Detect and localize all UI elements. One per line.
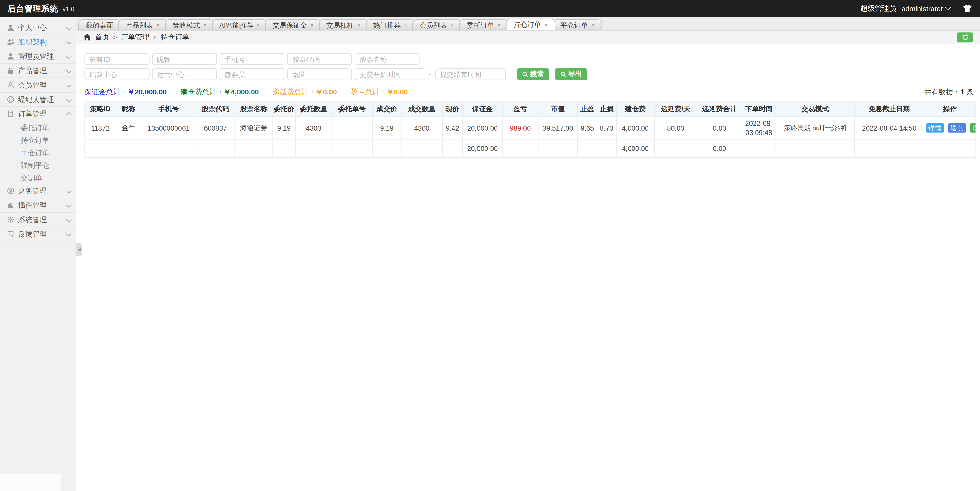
close-icon[interactable]: × <box>404 22 407 28</box>
micro-member-input[interactable] <box>220 68 285 80</box>
give-stock-button[interactable]: 送股 <box>970 123 976 133</box>
tab-trade-leverage[interactable]: 交易杠杆× <box>319 19 368 30</box>
chevron-down-icon <box>945 5 951 10</box>
tab-hot-recommend[interactable]: 热门推荐× <box>366 19 415 30</box>
export-button[interactable]: 导出 <box>555 68 587 80</box>
position-orders-panel: - 搜索 导出 保证金总计：￥20,000.00 建仓费总计：￥4,000.00 <box>76 45 980 491</box>
sidebar-subitem-position-orders[interactable]: 持仓订单 <box>0 134 76 147</box>
total-cell: - <box>742 139 776 157</box>
total-cell: - <box>401 139 442 157</box>
operation-center-input[interactable] <box>152 68 217 80</box>
breadcrumb-home[interactable]: 首页 <box>95 32 110 42</box>
col-header: 手机号 <box>141 102 196 117</box>
strategy-id-input[interactable] <box>84 53 149 65</box>
close-icon[interactable]: × <box>310 22 313 28</box>
col-header: 下单时间 <box>742 102 776 117</box>
cell-deal-price: 9.19 <box>372 116 401 139</box>
tab-trade-margin[interactable]: 交易保证金× <box>265 19 321 30</box>
search-icon <box>560 71 566 77</box>
tab-ai-recommend[interactable]: AI智能推荐× <box>212 19 267 30</box>
sidebar-subitem-settlement[interactable]: 交割单 <box>0 171 76 184</box>
sidebar-subitem-entrust-orders[interactable]: 委托订单 <box>0 121 76 134</box>
total-cell: - <box>924 139 976 157</box>
submit-end-time-input[interactable] <box>435 68 506 80</box>
cell-stock-code: 600837 <box>196 116 235 139</box>
sidebar-subitem-close-orders[interactable]: 平仓订单 <box>0 146 76 159</box>
chevron-down-icon <box>66 97 72 102</box>
sidebar-footer-block <box>0 473 61 491</box>
sidebar-item-organization[interactable]: 组织架构 <box>0 35 76 49</box>
col-header: 委托单号 <box>332 102 372 117</box>
sidebar-item-finance-management[interactable]: 财务管理 <box>0 184 76 198</box>
user-menu[interactable]: administrator <box>902 5 950 12</box>
submit-start-time-input[interactable] <box>355 68 425 80</box>
tab-entrust-orders[interactable]: 委托订单× <box>459 19 508 30</box>
tab-product-list[interactable]: 产品列表× <box>118 19 167 30</box>
cell-phone: 13500000001 <box>141 116 196 139</box>
sidebar-item-order-management[interactable]: 订单管理 <box>0 107 76 121</box>
cell-defer-fee-day: 80.00 <box>654 116 697 139</box>
sidebar: 个人中心 组织架构 管理员管理 产品管理 会员管理 <box>0 17 76 491</box>
breadcrumb-order-management[interactable]: 订单管理 <box>121 32 150 42</box>
table-header-row: 策略ID 昵称 手机号 股票代码 股票名称 委托价 委托数量 委托单号 成交价 … <box>85 102 976 117</box>
close-icon[interactable]: × <box>203 22 207 28</box>
close-icon[interactable]: × <box>544 21 548 28</box>
total-cell: - <box>776 139 854 157</box>
sidebar-item-personal-center[interactable]: 个人中心 <box>0 21 76 35</box>
close-icon[interactable]: × <box>256 22 260 28</box>
tab-close-orders[interactable]: 平仓订单× <box>553 19 602 30</box>
close-icon[interactable]: × <box>497 22 501 28</box>
sidebar-item-broker-management[interactable]: 经纪人管理 <box>0 92 76 107</box>
stock-code-input[interactable] <box>287 53 352 65</box>
close-icon[interactable]: × <box>451 22 454 28</box>
cell-actions: 详情 返点 送股 <box>924 116 976 139</box>
tab-strategy-mode[interactable]: 策略模式× <box>165 19 214 30</box>
sidebar-item-system-management[interactable]: 系统管理 <box>0 213 76 227</box>
nickname-input[interactable] <box>152 53 217 65</box>
cell-deal-qty: 4300 <box>401 116 442 139</box>
total-cell: - <box>854 139 924 157</box>
admin-app: 后台管理系统 v1.0 超级管理员 administrator 个人中心 组织架… <box>0 0 980 491</box>
search-button[interactable]: 搜索 <box>517 68 549 80</box>
chevron-down-icon <box>66 217 72 222</box>
sidebar-item-product-management[interactable]: 产品管理 <box>0 64 76 78</box>
search-icon <box>522 71 528 77</box>
micro-circle-input[interactable] <box>287 68 352 80</box>
detail-button[interactable]: 详情 <box>926 123 944 133</box>
table-row: 11872 金牛 13500000001 600837 海通证券 9.19 43… <box>85 116 976 139</box>
chevron-left-icon <box>78 248 81 252</box>
username: administrator <box>902 5 943 12</box>
sidebar-item-plugin-management[interactable]: 插件管理 <box>0 198 76 213</box>
feedback-icon <box>7 230 14 238</box>
rebate-button[interactable]: 返点 <box>948 123 966 133</box>
breadcrumb: 首页 > 订单管理 > 持仓订单 <box>76 31 980 45</box>
tab-my-desktop[interactable]: 我的桌面 <box>78 19 121 30</box>
close-icon[interactable]: × <box>591 22 595 28</box>
settlement-center-input[interactable] <box>84 68 149 80</box>
close-icon[interactable]: × <box>357 22 360 28</box>
cell-order-time: 2022-08-03 09:48 <box>742 116 776 139</box>
sidebar-subitem-force-close[interactable]: 强制平仓 <box>0 159 76 171</box>
sidebar-item-feedback-management[interactable]: 反馈管理 <box>0 227 76 241</box>
total-cell: - <box>141 139 196 157</box>
user-icon <box>7 24 14 31</box>
cell-interest-free-deadline: 2022-08-04 14:50 <box>854 116 924 139</box>
col-header: 操作 <box>924 102 976 117</box>
col-header: 市值 <box>538 102 578 117</box>
chevron-down-icon <box>66 54 72 59</box>
theme-tshirt-icon[interactable] <box>963 4 972 13</box>
plugin-puzzle-icon <box>7 201 14 209</box>
user-role-label: 超级管理员 <box>861 4 896 13</box>
tab-position-orders[interactable]: 持仓订单× <box>506 19 555 30</box>
stock-name-input[interactable] <box>355 53 420 65</box>
tab-member-list[interactable]: 会员列表× <box>412 19 461 30</box>
phone-input[interactable] <box>220 53 285 65</box>
sidebar-item-member-management[interactable]: 会员管理 <box>0 78 76 92</box>
sidebar-item-admin-management[interactable]: 管理员管理 <box>0 49 76 64</box>
member-icon <box>7 81 14 89</box>
sidebar-collapse-handle[interactable] <box>76 243 82 257</box>
refresh-button[interactable] <box>957 32 973 42</box>
chevron-up-icon <box>66 112 72 117</box>
close-icon[interactable]: × <box>156 22 160 28</box>
breadcrumb-current-page: 持仓订单 <box>161 32 189 42</box>
